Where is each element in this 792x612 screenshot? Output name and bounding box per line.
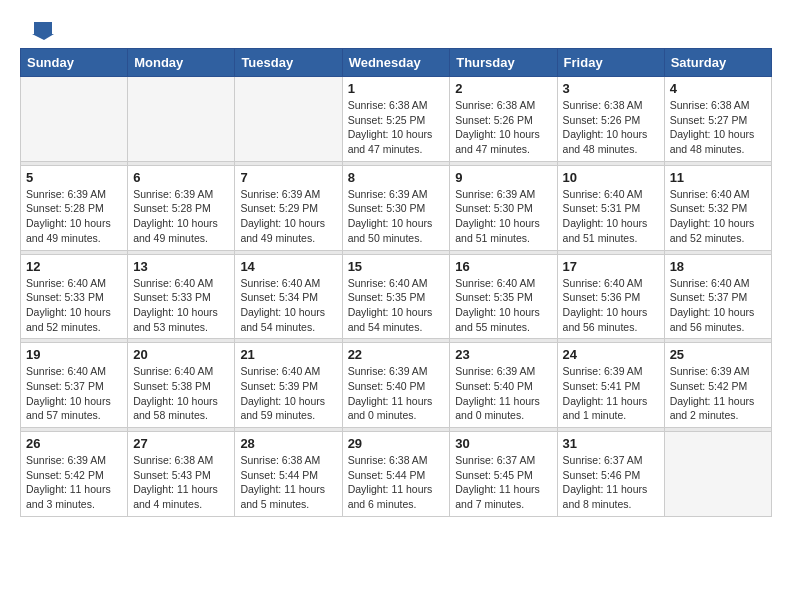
day-number: 11 — [670, 170, 766, 185]
calendar-cell: 4Sunrise: 6:38 AMSunset: 5:27 PMDaylight… — [664, 77, 771, 162]
day-info: Sunrise: 6:39 AMSunset: 5:30 PMDaylight:… — [348, 187, 445, 246]
calendar-cell: 11Sunrise: 6:40 AMSunset: 5:32 PMDayligh… — [664, 165, 771, 250]
day-number: 31 — [563, 436, 659, 451]
day-info: Sunrise: 6:40 AMSunset: 5:31 PMDaylight:… — [563, 187, 659, 246]
calendar-cell: 25Sunrise: 6:39 AMSunset: 5:42 PMDayligh… — [664, 343, 771, 428]
day-number: 29 — [348, 436, 445, 451]
calendar-cell — [664, 432, 771, 517]
day-number: 12 — [26, 259, 122, 274]
calendar-header-row: SundayMondayTuesdayWednesdayThursdayFrid… — [21, 49, 772, 77]
day-info: Sunrise: 6:40 AMSunset: 5:35 PMDaylight:… — [455, 276, 551, 335]
day-info: Sunrise: 6:39 AMSunset: 5:42 PMDaylight:… — [670, 364, 766, 423]
day-number: 26 — [26, 436, 122, 451]
day-info: Sunrise: 6:38 AMSunset: 5:26 PMDaylight:… — [563, 98, 659, 157]
svg-marker-1 — [32, 34, 54, 40]
day-info: Sunrise: 6:38 AMSunset: 5:43 PMDaylight:… — [133, 453, 229, 512]
day-info: Sunrise: 6:40 AMSunset: 5:32 PMDaylight:… — [670, 187, 766, 246]
calendar-cell: 14Sunrise: 6:40 AMSunset: 5:34 PMDayligh… — [235, 254, 342, 339]
day-info: Sunrise: 6:38 AMSunset: 5:25 PMDaylight:… — [348, 98, 445, 157]
day-number: 14 — [240, 259, 336, 274]
day-info: Sunrise: 6:40 AMSunset: 5:38 PMDaylight:… — [133, 364, 229, 423]
day-info: Sunrise: 6:40 AMSunset: 5:39 PMDaylight:… — [240, 364, 336, 423]
day-number: 27 — [133, 436, 229, 451]
calendar-cell: 12Sunrise: 6:40 AMSunset: 5:33 PMDayligh… — [21, 254, 128, 339]
calendar-cell: 30Sunrise: 6:37 AMSunset: 5:45 PMDayligh… — [450, 432, 557, 517]
calendar-cell: 29Sunrise: 6:38 AMSunset: 5:44 PMDayligh… — [342, 432, 450, 517]
day-info: Sunrise: 6:38 AMSunset: 5:27 PMDaylight:… — [670, 98, 766, 157]
day-number: 4 — [670, 81, 766, 96]
day-number: 1 — [348, 81, 445, 96]
header-tuesday: Tuesday — [235, 49, 342, 77]
calendar-cell: 6Sunrise: 6:39 AMSunset: 5:28 PMDaylight… — [128, 165, 235, 250]
calendar-cell: 2Sunrise: 6:38 AMSunset: 5:26 PMDaylight… — [450, 77, 557, 162]
day-info: Sunrise: 6:39 AMSunset: 5:28 PMDaylight:… — [133, 187, 229, 246]
calendar-cell: 9Sunrise: 6:39 AMSunset: 5:30 PMDaylight… — [450, 165, 557, 250]
week-row-2: 5Sunrise: 6:39 AMSunset: 5:28 PMDaylight… — [21, 165, 772, 250]
week-row-4: 19Sunrise: 6:40 AMSunset: 5:37 PMDayligh… — [21, 343, 772, 428]
day-info: Sunrise: 6:39 AMSunset: 5:28 PMDaylight:… — [26, 187, 122, 246]
calendar-cell: 17Sunrise: 6:40 AMSunset: 5:36 PMDayligh… — [557, 254, 664, 339]
calendar-cell: 18Sunrise: 6:40 AMSunset: 5:37 PMDayligh… — [664, 254, 771, 339]
header-thursday: Thursday — [450, 49, 557, 77]
calendar-cell: 22Sunrise: 6:39 AMSunset: 5:40 PMDayligh… — [342, 343, 450, 428]
calendar-cell: 7Sunrise: 6:39 AMSunset: 5:29 PMDaylight… — [235, 165, 342, 250]
header-monday: Monday — [128, 49, 235, 77]
day-number: 3 — [563, 81, 659, 96]
header-wednesday: Wednesday — [342, 49, 450, 77]
day-info: Sunrise: 6:37 AMSunset: 5:46 PMDaylight:… — [563, 453, 659, 512]
calendar-cell: 13Sunrise: 6:40 AMSunset: 5:33 PMDayligh… — [128, 254, 235, 339]
logo-icon — [24, 20, 54, 40]
logo — [20, 20, 54, 40]
calendar-cell: 28Sunrise: 6:38 AMSunset: 5:44 PMDayligh… — [235, 432, 342, 517]
page-header — [20, 20, 772, 40]
day-info: Sunrise: 6:40 AMSunset: 5:33 PMDaylight:… — [26, 276, 122, 335]
day-info: Sunrise: 6:40 AMSunset: 5:34 PMDaylight:… — [240, 276, 336, 335]
day-info: Sunrise: 6:38 AMSunset: 5:44 PMDaylight:… — [348, 453, 445, 512]
calendar-cell: 27Sunrise: 6:38 AMSunset: 5:43 PMDayligh… — [128, 432, 235, 517]
day-info: Sunrise: 6:40 AMSunset: 5:33 PMDaylight:… — [133, 276, 229, 335]
day-number: 22 — [348, 347, 445, 362]
calendar-cell: 15Sunrise: 6:40 AMSunset: 5:35 PMDayligh… — [342, 254, 450, 339]
day-info: Sunrise: 6:38 AMSunset: 5:26 PMDaylight:… — [455, 98, 551, 157]
day-info: Sunrise: 6:39 AMSunset: 5:40 PMDaylight:… — [348, 364, 445, 423]
day-info: Sunrise: 6:40 AMSunset: 5:37 PMDaylight:… — [670, 276, 766, 335]
calendar-cell: 19Sunrise: 6:40 AMSunset: 5:37 PMDayligh… — [21, 343, 128, 428]
week-row-3: 12Sunrise: 6:40 AMSunset: 5:33 PMDayligh… — [21, 254, 772, 339]
day-info: Sunrise: 6:39 AMSunset: 5:29 PMDaylight:… — [240, 187, 336, 246]
day-number: 25 — [670, 347, 766, 362]
day-number: 6 — [133, 170, 229, 185]
header-friday: Friday — [557, 49, 664, 77]
day-info: Sunrise: 6:39 AMSunset: 5:40 PMDaylight:… — [455, 364, 551, 423]
day-number: 30 — [455, 436, 551, 451]
day-number: 17 — [563, 259, 659, 274]
day-number: 8 — [348, 170, 445, 185]
calendar-cell: 3Sunrise: 6:38 AMSunset: 5:26 PMDaylight… — [557, 77, 664, 162]
calendar-cell: 20Sunrise: 6:40 AMSunset: 5:38 PMDayligh… — [128, 343, 235, 428]
day-number: 9 — [455, 170, 551, 185]
calendar-cell — [235, 77, 342, 162]
calendar-cell: 24Sunrise: 6:39 AMSunset: 5:41 PMDayligh… — [557, 343, 664, 428]
calendar-cell: 16Sunrise: 6:40 AMSunset: 5:35 PMDayligh… — [450, 254, 557, 339]
calendar-table: SundayMondayTuesdayWednesdayThursdayFrid… — [20, 48, 772, 517]
calendar-cell: 23Sunrise: 6:39 AMSunset: 5:40 PMDayligh… — [450, 343, 557, 428]
calendar-cell: 26Sunrise: 6:39 AMSunset: 5:42 PMDayligh… — [21, 432, 128, 517]
header-sunday: Sunday — [21, 49, 128, 77]
day-info: Sunrise: 6:38 AMSunset: 5:44 PMDaylight:… — [240, 453, 336, 512]
calendar-cell: 8Sunrise: 6:39 AMSunset: 5:30 PMDaylight… — [342, 165, 450, 250]
day-info: Sunrise: 6:39 AMSunset: 5:30 PMDaylight:… — [455, 187, 551, 246]
calendar-cell — [21, 77, 128, 162]
day-number: 2 — [455, 81, 551, 96]
day-number: 15 — [348, 259, 445, 274]
day-number: 23 — [455, 347, 551, 362]
calendar-cell: 31Sunrise: 6:37 AMSunset: 5:46 PMDayligh… — [557, 432, 664, 517]
day-info: Sunrise: 6:40 AMSunset: 5:37 PMDaylight:… — [26, 364, 122, 423]
day-number: 18 — [670, 259, 766, 274]
week-row-5: 26Sunrise: 6:39 AMSunset: 5:42 PMDayligh… — [21, 432, 772, 517]
day-number: 20 — [133, 347, 229, 362]
day-number: 19 — [26, 347, 122, 362]
calendar-cell: 10Sunrise: 6:40 AMSunset: 5:31 PMDayligh… — [557, 165, 664, 250]
day-number: 5 — [26, 170, 122, 185]
day-info: Sunrise: 6:37 AMSunset: 5:45 PMDaylight:… — [455, 453, 551, 512]
day-number: 7 — [240, 170, 336, 185]
day-info: Sunrise: 6:39 AMSunset: 5:42 PMDaylight:… — [26, 453, 122, 512]
